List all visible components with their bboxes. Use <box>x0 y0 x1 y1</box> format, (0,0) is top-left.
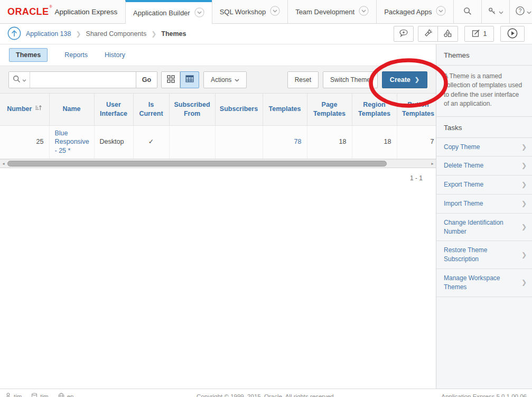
go-button[interactable]: Go <box>136 72 157 88</box>
tab-reports[interactable]: Reports <box>64 51 88 59</box>
column-header-templates[interactable]: Templates <box>263 94 307 125</box>
sort-ascending-icon <box>35 105 42 114</box>
column-header-subscribers[interactable]: Subscribers <box>215 94 263 125</box>
breadcrumb-shared-components-link[interactable]: Shared Components <box>86 30 147 38</box>
chevron-right-icon: ❯ <box>521 199 527 208</box>
theme-roller-button[interactable] <box>418 26 438 42</box>
chevron-down-circle-icon[interactable] <box>436 6 446 17</box>
run-application-button[interactable] <box>500 26 525 42</box>
chevron-right-icon: ❯ <box>521 278 527 287</box>
cell-templates: 78 <box>263 125 307 159</box>
breadcrumb-separator-icon: ❯ <box>76 30 81 38</box>
actions-menu-button[interactable]: Actions <box>203 71 247 88</box>
task-import-theme[interactable]: Import Theme❯ <box>436 195 532 214</box>
column-header-name[interactable]: Name <box>49 94 94 125</box>
search-icon <box>13 75 21 85</box>
column-header-subscribed-from[interactable]: Subscribed From <box>169 94 215 125</box>
chevron-down-icon <box>22 76 26 84</box>
right-sidebar: Themes A Theme is a named collection of … <box>436 44 532 389</box>
task-copy-theme[interactable]: Copy Theme❯ <box>436 138 532 157</box>
tab-themes[interactable]: Themes <box>9 48 48 62</box>
cell-subscribers <box>215 125 263 159</box>
cell-subscribed-from <box>169 125 215 159</box>
nav-tab-sql-workshop[interactable]: SQL Workshop <box>212 0 287 23</box>
scrollbar-thumb[interactable] <box>7 161 387 167</box>
nav-tab-label: SQL Workshop <box>220 8 266 16</box>
page-subtabs: Themes Reports History <box>0 44 436 66</box>
task-manage-workspace-themes[interactable]: Manage Workspace Themes❯ <box>436 269 532 297</box>
up-level-icon[interactable] <box>7 26 21 42</box>
chevron-right-icon: ❯ <box>521 251 527 260</box>
table-row: 25 Blue Responsive - 25 * Desktop ✓ 78 <box>0 125 436 159</box>
templates-count-link[interactable]: 78 <box>294 138 302 145</box>
theme-name-link[interactable]: Blue Responsive - 25 * <box>55 130 89 154</box>
chevron-down-circle-icon[interactable] <box>194 7 204 19</box>
breadcrumb-application-link[interactable]: Application 138 <box>26 30 71 38</box>
report-view-button[interactable] <box>180 71 199 88</box>
task-export-theme[interactable]: Export Theme❯ <box>436 176 532 195</box>
chevron-down-circle-icon[interactable] <box>270 6 280 17</box>
page-footer: tim tim en Copyright © 1999, 2015, Oracl… <box>0 389 532 397</box>
footer-version: Application Express 5.0.1.00.06 <box>441 393 527 397</box>
column-header-page-templates[interactable]: Page Templates <box>307 94 352 125</box>
themes-report-table: Number Name User Interface Is Current Su… <box>0 94 436 159</box>
tab-history[interactable]: History <box>105 51 125 59</box>
nav-tab-packaged-apps[interactable]: Packaged Apps <box>376 0 453 23</box>
chevron-down-icon <box>235 76 239 84</box>
chevron-right-icon: ❯ <box>521 161 527 170</box>
cell-is-current: ✓ <box>133 125 169 159</box>
report-grid-viewport: Number Name User Interface Is Current Su… <box>0 94 436 182</box>
task-change-identification-number[interactable]: Change Identification Number❯ <box>436 214 532 242</box>
shared-components-button[interactable] <box>438 26 458 42</box>
column-header-button-templates[interactable]: Button Templates <box>397 94 436 125</box>
create-button[interactable]: Create ❯ <box>382 71 427 88</box>
column-header-region-templates[interactable]: Region Templates <box>352 94 397 125</box>
oracle-brand: ORACLE <box>7 6 49 17</box>
page-action-buttons: 1 <box>394 26 525 42</box>
grid-view-icon <box>167 75 175 85</box>
help-button[interactable]: ? <box>509 0 532 23</box>
chevron-down-icon <box>499 8 503 16</box>
help-icon: ? <box>516 6 525 17</box>
task-restore-theme-subscription[interactable]: Restore Theme Subscription❯ <box>436 241 532 269</box>
column-header-user-interface[interactable]: User Interface <box>94 94 133 125</box>
nav-tab-team-development[interactable]: Team Development <box>287 0 376 23</box>
sidebar-tasks-title: Tasks <box>436 117 532 138</box>
apex-application: ORACLE ® Application Express Application… <box>0 0 532 397</box>
report-view-icon <box>185 75 194 84</box>
horizontal-scrollbar[interactable]: ◂ ▸ <box>0 159 436 168</box>
scroll-left-arrow[interactable]: ◂ <box>0 160 7 168</box>
cell-name: Blue Responsive - 25 * <box>49 125 94 159</box>
create-label: Create <box>390 76 410 84</box>
chevron-right-icon: ❯ <box>521 180 527 189</box>
pagination-label: 1 - 1 <box>0 168 436 182</box>
main-navigation: Application Builder SQL Workshop Team De… <box>125 0 532 23</box>
task-delete-theme[interactable]: Delete Theme❯ <box>436 156 532 176</box>
edit-icon <box>472 29 480 39</box>
chevron-down-icon <box>527 8 531 16</box>
search-icon <box>463 7 472 17</box>
feedback-button[interactable] <box>394 26 414 42</box>
search-bar: Go <box>8 71 157 88</box>
cell-region-templates: 18 <box>352 125 397 159</box>
nav-tab-application-builder[interactable]: Application Builder <box>125 0 212 24</box>
search-button[interactable] <box>453 0 481 23</box>
admin-tools-button[interactable] <box>481 0 509 23</box>
scroll-right-arrow[interactable]: ▸ <box>429 160 436 168</box>
switch-theme-button[interactable]: Switch Theme <box>323 71 378 88</box>
edit-page-button[interactable]: 1 <box>464 26 494 42</box>
grid-view-button[interactable] <box>161 71 180 88</box>
search-input[interactable] <box>30 72 136 88</box>
chevron-down-circle-icon[interactable] <box>359 6 369 17</box>
play-icon <box>507 28 518 40</box>
cell-number: 25 <box>0 125 49 159</box>
column-header-is-current[interactable]: Is Current <box>133 94 169 125</box>
column-header-number[interactable]: Number <box>0 94 49 125</box>
sidebar-about-text: A Theme is a named collection of templat… <box>436 66 532 117</box>
reset-button[interactable]: Reset <box>287 71 319 88</box>
report-toolbar: Go Actions <box>0 66 436 94</box>
nav-tab-label: Application Builder <box>133 9 190 17</box>
breadcrumb-bar: Application 138 ❯ Shared Components ❯ Th… <box>0 24 532 44</box>
tasks-list: Copy Theme❯ Delete Theme❯ Export Theme❯ … <box>436 138 532 297</box>
search-column-selector[interactable] <box>9 72 30 88</box>
